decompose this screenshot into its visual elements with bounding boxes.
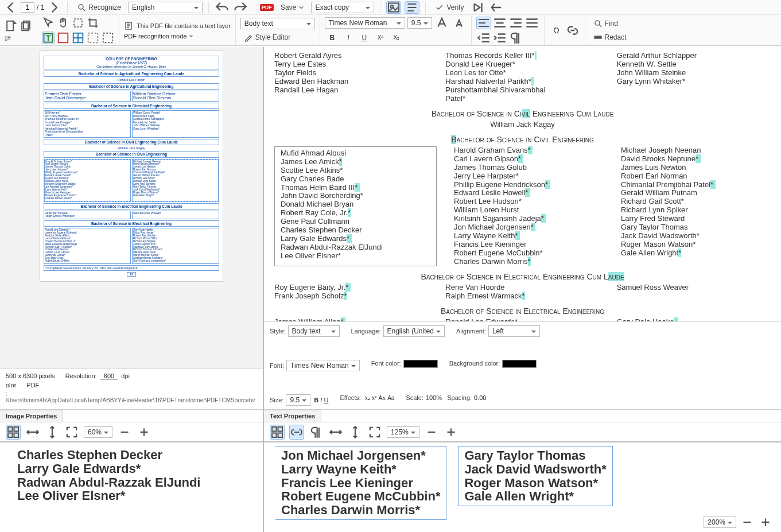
paragraph-style-select[interactable]: Body text [240,18,315,29]
bold-icon[interactable]: B [325,32,340,44]
redact-button[interactable]: Redact [590,32,630,43]
thumb-h1-name: Richard Lee Parish* [44,78,219,81]
underline-icon[interactable]: U [357,32,372,44]
redo-icon[interactable] [233,1,248,14]
save-mode-select[interactable]: Exact copy [311,2,374,13]
pilcrow-icon[interactable] [508,32,523,44]
subscript-icon[interactable]: X₂ [389,32,404,44]
page-number-input[interactable] [21,2,34,13]
verify-button[interactable]: Verify [432,2,467,13]
tp-align-label: Alignment: [456,328,486,335]
orig-col1: Charles Stephen Decker Larry Gale Edward… [11,446,206,505]
recognized-zones-pane[interactable]: COLLEGE OF ENGINEERING (Established 1877… [0,47,263,368]
thumb-row-civil: Harold Graham Evans*Carl Lavern Gipson*J… [44,159,219,202]
thumb-h1: Bachelor of Science in Agricultural Engi… [44,71,219,77]
tp-smallcaps-icon[interactable]: Aᴀ [378,395,386,401]
tp-caps-icon[interactable]: Aa [387,395,394,401]
tp-bgcolor-swatch[interactable] [502,360,537,368]
right-zoom-select[interactable]: 125% [387,426,419,438]
font-size-select[interactable]: 9.5 [407,17,432,29]
indent-left-icon[interactable] [476,32,491,44]
marquee-icon[interactable] [72,17,84,29]
recognize-button[interactable]: Recognize [73,2,125,13]
view-text-toggle[interactable] [405,1,419,14]
zoom-out-icon[interactable] [117,425,132,440]
grid-view-icon[interactable] [6,425,21,440]
shrink-font-icon[interactable] [452,17,467,29]
fit-page-icon-r[interactable] [367,425,382,440]
send-icon[interactable] [471,1,485,14]
undo-icon[interactable] [215,1,230,14]
copy-page-icon[interactable] [20,20,32,32]
thumb-pagenum: 19 [127,272,136,277]
tp-scale-value[interactable]: 100% [426,394,442,401]
pilcrow-toggle-icon[interactable] [309,425,324,440]
text-area-icon[interactable] [42,32,55,44]
tp-align-select[interactable]: Left [488,325,540,337]
align-left-icon[interactable] [476,17,491,29]
tp-style-select[interactable]: Body text [288,325,340,337]
tp-italic-icon[interactable]: I [320,397,322,403]
pointer-icon[interactable] [42,17,55,29]
tab-image-properties[interactable]: Image Properties [0,410,63,422]
bottom-zoom-in-icon[interactable] [758,516,773,529]
indent-right-icon[interactable] [492,32,507,44]
save-button[interactable]: Save [277,2,308,13]
tp-sup-icon[interactable]: x² [372,395,376,401]
table-area-icon[interactable] [72,32,84,44]
view-image-toggle[interactable] [386,1,401,14]
text-editor-pane[interactable]: Robert Gerald AyresTerry Lee EstesTaylor… [264,47,781,321]
hand-icon[interactable] [57,17,69,29]
page-tools-group: ge [0,15,37,45]
zoom-in-icon[interactable] [137,425,151,440]
tp-fontcolor-swatch[interactable] [403,360,438,368]
language-select[interactable]: English [128,2,203,13]
tp-bold-icon[interactable]: B [314,397,318,403]
pages-view-icon[interactable] [270,425,285,440]
image-properties-panel: 500 x 6300 pixels Resolution: 600 dpi ol… [0,368,263,409]
align-justify-icon[interactable] [524,17,539,29]
linked-view-icon[interactable] [289,425,304,440]
tab-text-properties[interactable]: Text Properties [264,410,321,422]
redact-icon [593,33,603,42]
align-right-icon[interactable] [508,17,523,29]
tp-sub-icon[interactable]: x₂ [365,395,370,401]
resolution-value[interactable]: 600 [100,372,118,380]
thumb-row-eecl: Rene Van HoordeRalph Ernest Warmack* Sam… [44,211,219,219]
tp-lang-select[interactable]: English (United [383,325,445,337]
fit-height-icon-r[interactable] [348,425,363,440]
grow-font-icon[interactable] [434,17,449,29]
options-icon[interactable] [489,1,504,14]
original-image-left[interactable]: Charles Stephen Decker Larry Gale Edward… [0,441,263,532]
align-center-icon[interactable] [492,17,507,29]
style-editor-button[interactable]: Style Editor [240,32,315,43]
fit-width-icon-r[interactable] [328,425,343,440]
zoom-out-icon-r[interactable] [424,425,439,440]
bottom-zoom-select[interactable]: 200% [704,517,736,528]
chevron-down-icon[interactable] [189,34,193,38]
zoom-in-icon-r[interactable] [444,425,459,440]
bottom-zoom-out-icon[interactable] [740,516,755,529]
barcode-area-icon[interactable] [87,32,99,44]
next-page-icon[interactable] [46,1,61,14]
fit-height-icon[interactable] [45,425,60,440]
tp-underline-icon[interactable]: U [324,397,328,403]
svg-rect-8 [59,33,68,42]
font-family-select[interactable]: Times New Roman [325,17,405,29]
link-icon[interactable] [565,24,580,37]
italic-icon[interactable]: I [341,32,356,44]
tp-spacing-value[interactable]: 0.00 [474,394,486,401]
picture-area-icon[interactable] [57,32,69,44]
find-button[interactable]: Find [590,18,630,29]
fit-width-icon[interactable] [25,425,40,440]
tp-size-select[interactable]: 9.5 [286,394,310,406]
superscript-icon[interactable]: X² [373,32,388,44]
left-zoom-select[interactable]: 60% [84,426,112,438]
symbol-icon[interactable]: Ω [549,24,564,37]
background-area-icon[interactable] [102,32,114,44]
crop-icon[interactable] [87,17,99,29]
new-page-icon[interactable] [5,20,17,32]
prev-page-icon[interactable] [3,1,18,14]
fit-page-icon[interactable] [64,425,79,440]
tp-font-select[interactable]: Times New Roman [286,360,360,371]
